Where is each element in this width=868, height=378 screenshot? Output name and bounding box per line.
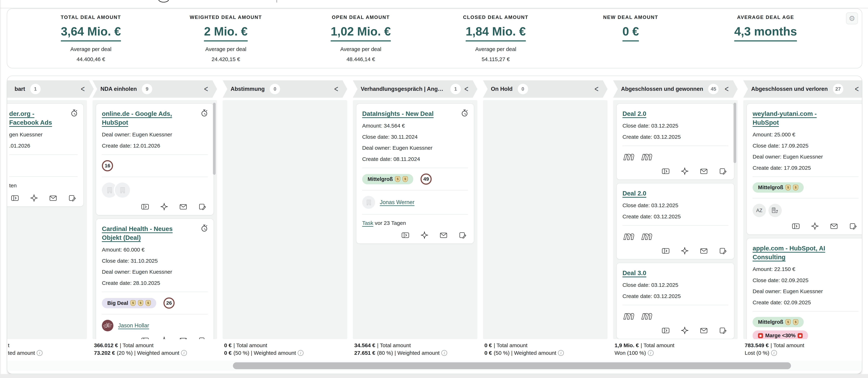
ai-sparkle-icon[interactable] bbox=[811, 222, 819, 230]
info-icon[interactable]: i bbox=[648, 350, 654, 356]
column-totals-verhandlung: 34.564 € | Total amount 27.651 € (80 %) … bbox=[354, 341, 480, 356]
email-icon[interactable] bbox=[700, 167, 708, 175]
email-icon[interactable] bbox=[179, 337, 187, 339]
money-bag-icon: $ bbox=[395, 176, 400, 182]
metric-value-link[interactable]: 1,02 Mio. € bbox=[331, 25, 391, 41]
collapse-column-icon[interactable]: < bbox=[81, 84, 85, 94]
collapse-column-icon[interactable]: < bbox=[334, 84, 338, 94]
contact-link[interactable]: Jonas Werner bbox=[380, 199, 414, 206]
contact-row: Jason Hollar bbox=[102, 320, 208, 331]
board-horizontal-scrollbar bbox=[7, 361, 862, 371]
deal-title-link[interactable]: Cardinal Health - Neues Objekt (Deal) bbox=[102, 225, 173, 241]
email-icon[interactable] bbox=[700, 326, 708, 335]
deal-title-link[interactable]: apple.com - HubSpot, AI Consulting bbox=[753, 245, 825, 261]
ai-sparkle-icon[interactable] bbox=[160, 203, 168, 211]
deal-card[interactable]: Deal 2.0 Close date: 03.12.2025 Create d… bbox=[616, 183, 735, 259]
metric-value-link[interactable]: 1,84 Mio. € bbox=[466, 25, 526, 41]
preview-panel-icon[interactable] bbox=[792, 222, 800, 230]
info-icon[interactable]: i bbox=[298, 350, 304, 356]
info-icon[interactable]: i bbox=[558, 350, 564, 356]
collapse-column-icon[interactable]: < bbox=[595, 84, 598, 94]
deal-title-link[interactable]: weyland-yutani.com - HubSpot bbox=[753, 110, 817, 126]
ai-sparkle-icon[interactable] bbox=[681, 326, 689, 335]
column-scrollbar-thumb[interactable] bbox=[734, 103, 736, 163]
task-link[interactable]: Task bbox=[362, 220, 373, 226]
collapse-column-icon[interactable]: < bbox=[204, 84, 208, 94]
money-bag-icon: $ bbox=[785, 185, 791, 191]
deal-card[interactable]: DataInsights - New Deal Amount: 34.564 €… bbox=[356, 104, 474, 244]
note-edit-icon[interactable] bbox=[198, 337, 206, 339]
deal-card[interactable]: online.de - Google Ads, HubSpot Deal own… bbox=[96, 104, 214, 215]
preview-panel-icon[interactable] bbox=[11, 194, 19, 202]
card-field: Create date: 03.12.2025 bbox=[622, 134, 728, 140]
deal-card[interactable]: der.org - Facebook Ads gen Kuessner .01.… bbox=[7, 104, 84, 207]
note-edit-icon[interactable] bbox=[68, 194, 76, 202]
collapse-column-icon[interactable]: < bbox=[464, 84, 468, 94]
ai-sparkle-icon[interactable] bbox=[681, 247, 689, 255]
note-edit-icon[interactable] bbox=[719, 167, 727, 175]
card-field: Create date: 03.12.2025 bbox=[622, 213, 728, 220]
total-amount-value: 34.564 € bbox=[354, 342, 375, 348]
note-edit-icon[interactable] bbox=[849, 222, 857, 230]
preview-panel-icon[interactable] bbox=[141, 337, 149, 339]
metric-new-deal-amount: NEW DEAL AMOUNT 0 € bbox=[563, 14, 698, 62]
info-icon[interactable]: i bbox=[441, 350, 447, 356]
ai-sparkle-icon[interactable] bbox=[30, 194, 38, 202]
total-amount-label: | Total amount bbox=[770, 342, 804, 348]
preview-panel-icon[interactable] bbox=[401, 231, 409, 239]
ai-sparkle-icon[interactable] bbox=[160, 337, 168, 339]
email-icon[interactable] bbox=[49, 194, 57, 202]
deal-card[interactable]: Cardinal Health - Neues Objekt (Deal) Am… bbox=[96, 219, 214, 339]
note-edit-icon[interactable] bbox=[198, 203, 206, 211]
column-verloren: weyland-yutani.com - HubSpot Amount: 25.… bbox=[743, 100, 862, 339]
deal-card[interactable]: weyland-yutani.com - HubSpot Amount: 25.… bbox=[746, 104, 862, 235]
metric-value-link[interactable]: 0 € bbox=[622, 25, 639, 41]
email-icon[interactable] bbox=[830, 222, 838, 230]
email-icon[interactable] bbox=[700, 247, 708, 255]
deal-card[interactable]: apple.com - HubSpot, AI Consulting Amoun… bbox=[746, 238, 862, 339]
deal-title-link[interactable]: DataInsights - New Deal bbox=[362, 110, 434, 117]
metric-sub-value bbox=[698, 56, 833, 62]
metric-value-link[interactable]: 3,64 Mio. € bbox=[61, 25, 121, 41]
stage-count-badge: 27 bbox=[833, 84, 843, 94]
preview-panel-icon[interactable] bbox=[141, 203, 149, 211]
weighted-amount-label: (50 %) | Weighted amount bbox=[494, 350, 556, 356]
metric-value-link[interactable]: 4,3 months bbox=[734, 25, 797, 41]
ai-sparkle-icon[interactable] bbox=[681, 167, 689, 175]
deal-card[interactable]: Deal 3.0 Close date: 03.12.2025 Create d… bbox=[616, 263, 735, 339]
email-icon[interactable] bbox=[179, 203, 187, 211]
settings-button[interactable]: ⚙ bbox=[846, 12, 858, 24]
deal-title-link[interactable]: Deal 2.0 bbox=[622, 110, 646, 117]
weighted-amount-label: (80 %) | Weighted amount bbox=[377, 350, 440, 356]
metric-value-link[interactable]: 2 Mio. € bbox=[204, 25, 248, 41]
contact-link[interactable]: Jason Hollar bbox=[118, 322, 149, 329]
deal-card[interactable]: Deal 2.0 Close date: 03.12.2025 Create d… bbox=[616, 104, 735, 180]
email-icon[interactable] bbox=[440, 231, 447, 239]
preview-panel-icon[interactable] bbox=[662, 247, 670, 255]
deal-title-link[interactable]: der.org - Facebook Ads bbox=[9, 110, 52, 126]
deal-tags: Mittelgroß $ $ 49 bbox=[362, 174, 468, 185]
deal-title-link[interactable]: online.de - Google Ads, HubSpot bbox=[102, 110, 172, 126]
card-actions bbox=[753, 222, 859, 230]
card-field: Amount: 34.564 € bbox=[362, 122, 468, 129]
note-edit-icon[interactable] bbox=[719, 247, 727, 255]
weighted-amount-value: 0 € bbox=[224, 350, 232, 356]
collapse-column-icon[interactable]: < bbox=[855, 84, 859, 94]
stage-count-badge: 9 bbox=[142, 84, 152, 94]
deal-title-link[interactable]: Deal 2.0 bbox=[622, 190, 646, 197]
info-icon[interactable]: i bbox=[181, 350, 187, 356]
preview-panel-icon[interactable] bbox=[662, 167, 670, 175]
deal-title-link[interactable]: Deal 3.0 bbox=[622, 269, 646, 277]
info-icon[interactable]: i bbox=[37, 350, 42, 356]
money-bag-icon: $ bbox=[403, 176, 408, 182]
card-field: Create date: 28.10.2025 bbox=[102, 280, 208, 287]
collapse-column-icon[interactable]: < bbox=[725, 84, 729, 94]
stage-name: bart bbox=[14, 86, 25, 92]
horizontal-scrollbar-thumb[interactable] bbox=[233, 362, 791, 369]
ai-sparkle-icon[interactable] bbox=[421, 231, 428, 239]
info-icon[interactable]: i bbox=[771, 350, 777, 356]
preview-panel-icon[interactable] bbox=[662, 326, 670, 335]
note-edit-icon[interactable] bbox=[719, 326, 727, 335]
column-scrollbar-thumb[interactable] bbox=[213, 103, 216, 175]
note-edit-icon[interactable] bbox=[459, 231, 467, 239]
